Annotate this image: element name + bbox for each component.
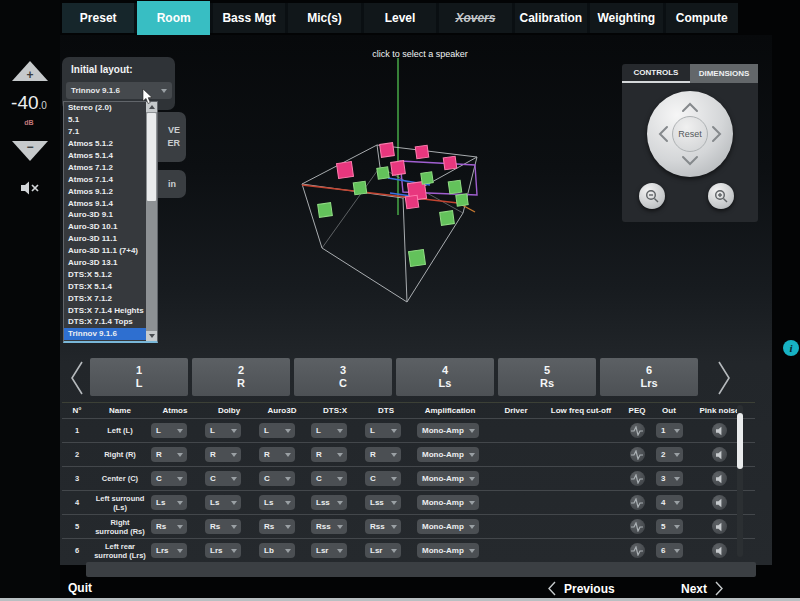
layout-option-atmos-7-1-4[interactable]: Atmos 7.1.4: [64, 173, 146, 185]
dtsx-dropdown[interactable]: R: [311, 447, 347, 462]
speaker-cube-green[interactable]: [409, 250, 426, 267]
tab-room[interactable]: Room: [137, 1, 209, 35]
layout-option-dts-x-7-1-4-tops[interactable]: DTS:X 7.1.4 Tops: [64, 316, 146, 328]
dtsx-dropdown[interactable]: Rss: [311, 519, 347, 534]
out-dropdown[interactable]: 5: [656, 519, 683, 534]
out-dropdown[interactable]: 1: [656, 423, 683, 438]
auro3d-dropdown[interactable]: L: [259, 423, 295, 438]
dts-dropdown[interactable]: Lsr: [365, 543, 401, 558]
tab-compute[interactable]: Compute: [666, 3, 738, 33]
atmos-dropdown[interactable]: Rs: [151, 519, 187, 534]
peq-button[interactable]: [630, 495, 645, 510]
auro3d-dropdown[interactable]: Ls: [259, 495, 295, 510]
tab-xovers[interactable]: Xovers: [439, 3, 511, 33]
auro3d-dropdown[interactable]: Lb: [259, 543, 295, 558]
layout-option-auro-3d-11-1[interactable]: Auro-3D 11.1: [64, 233, 146, 245]
dts-dropdown[interactable]: C: [365, 471, 401, 486]
peq-button[interactable]: [630, 519, 645, 534]
layout-option-atmos-7-1-2[interactable]: Atmos 7.1.2: [64, 161, 146, 173]
pink-noise-button[interactable]: [712, 471, 727, 486]
pink-noise-button[interactable]: [712, 495, 727, 510]
tab-calibration[interactable]: Calibration: [515, 3, 587, 33]
tab-dimensions[interactable]: DIMENSIONS: [690, 64, 758, 83]
pink-noise-button[interactable]: [712, 543, 727, 558]
dts-dropdown[interactable]: R: [365, 447, 401, 462]
atmos-dropdown[interactable]: Lrs: [151, 543, 187, 558]
dtsx-dropdown[interactable]: Lsr: [311, 543, 347, 558]
dts-dropdown[interactable]: Rss: [365, 519, 401, 534]
previous-button[interactable]: Previous: [548, 581, 615, 596]
speaker-cube-green[interactable]: [353, 181, 367, 195]
volume-down-button[interactable]: −: [11, 140, 49, 162]
dolby-dropdown[interactable]: Lrs: [205, 543, 241, 558]
tab-preset[interactable]: Preset: [62, 3, 134, 33]
layout-option-dts-x-7-1-2[interactable]: DTS:X 7.1.2: [64, 292, 146, 304]
out-dropdown[interactable]: 3: [656, 471, 683, 486]
layout-option-dts-x-5-1-4[interactable]: DTS:X 5.1.4: [64, 280, 146, 292]
layout-option-trinnov-9-1-6[interactable]: Trinnov 9.1.6: [64, 328, 146, 340]
dtsx-dropdown[interactable]: L: [311, 423, 347, 438]
amplification-dropdown[interactable]: Mono-Amp: [417, 495, 479, 510]
reset-view-button[interactable]: Reset: [672, 116, 708, 152]
layout-option-dts-x-5-1-2[interactable]: DTS:X 5.1.2: [64, 268, 146, 280]
pink-noise-button[interactable]: [712, 519, 727, 534]
table-scroll-thumb[interactable]: [737, 413, 743, 469]
layout-option-7-1[interactable]: 7.1: [64, 126, 146, 138]
layout-option-atmos-5-1-4[interactable]: Atmos 5.1.4: [64, 150, 146, 162]
layout-option-5-1[interactable]: 5.1: [64, 114, 146, 126]
dts-dropdown[interactable]: Lss: [365, 495, 401, 510]
atmos-dropdown[interactable]: L: [151, 423, 187, 438]
speaker-cube-green[interactable]: [421, 172, 433, 184]
zoom-out-button[interactable]: [639, 183, 665, 209]
next-button[interactable]: Next: [681, 581, 723, 596]
quit-button[interactable]: Quit: [68, 581, 92, 595]
speaker-cube-green[interactable]: [440, 211, 455, 226]
initial-layout-select[interactable]: Trinnov 9.1.6: [66, 82, 172, 99]
amplification-dropdown[interactable]: Mono-Amp: [417, 519, 479, 534]
zoom-in-button[interactable]: [708, 183, 734, 209]
peq-button[interactable]: [630, 447, 645, 462]
speaker-cube-pink[interactable]: [415, 145, 429, 159]
camera-dpad[interactable]: Reset: [647, 91, 733, 177]
auro3d-dropdown[interactable]: Rs: [259, 519, 295, 534]
channel-button-1[interactable]: 1L: [90, 358, 188, 396]
table-scrollbar[interactable]: [737, 405, 743, 557]
layout-option-atmos-9-1-4[interactable]: Atmos 9.1.4: [64, 197, 146, 209]
speaker-cube-pink[interactable]: [391, 161, 406, 176]
bottom-scroll-strip[interactable]: [86, 562, 756, 577]
speaker-3d-view[interactable]: [240, 45, 640, 355]
speaker-cube-green[interactable]: [318, 203, 333, 218]
tab-mic-s[interactable]: Mic(s): [288, 3, 360, 33]
peq-button[interactable]: [630, 543, 645, 558]
speaker-cube-green[interactable]: [448, 180, 462, 194]
channel-prev-button[interactable]: [69, 360, 85, 400]
channel-button-2[interactable]: 2R: [192, 358, 290, 396]
dolby-dropdown[interactable]: Rs: [205, 519, 241, 534]
speaker-cube-green[interactable]: [456, 194, 468, 206]
atmos-dropdown[interactable]: C: [151, 471, 187, 486]
dolby-dropdown[interactable]: C: [205, 471, 241, 486]
dtsx-dropdown[interactable]: Lss: [311, 495, 347, 510]
dts-dropdown[interactable]: L: [365, 423, 401, 438]
speaker-cube-pink[interactable]: [337, 162, 354, 179]
speaker-cube-pink[interactable]: [380, 143, 395, 158]
mute-button[interactable]: [20, 180, 40, 196]
out-dropdown[interactable]: 2: [656, 447, 683, 462]
pink-noise-button[interactable]: [712, 447, 727, 462]
atmos-dropdown[interactable]: R: [151, 447, 187, 462]
amplification-dropdown[interactable]: Mono-Amp: [417, 471, 479, 486]
layout-option-stereo-2-0[interactable]: Stereo (2.0): [64, 102, 146, 114]
peq-button[interactable]: [630, 471, 645, 486]
tab-controls[interactable]: CONTROLS: [622, 64, 690, 83]
out-dropdown[interactable]: 6: [656, 543, 683, 558]
amplification-dropdown[interactable]: Mono-Amp: [417, 423, 479, 438]
atmos-dropdown[interactable]: Ls: [151, 495, 187, 510]
layout-option-auro-3d-10-1[interactable]: Auro-3D 10.1: [64, 221, 146, 233]
layout-option-auro-3d-11-1-7-4[interactable]: Auro-3D 11.1 (7+4): [64, 245, 146, 257]
dropdown-scroll-thumb[interactable]: [147, 113, 156, 201]
channel-button-3[interactable]: 3C: [294, 358, 392, 396]
layout-option-auro-3d-9-1[interactable]: Auro-3D 9.1: [64, 209, 146, 221]
dolby-dropdown[interactable]: R: [205, 447, 241, 462]
auro3d-dropdown[interactable]: C: [259, 471, 295, 486]
channel-button-6[interactable]: 6Lrs: [600, 358, 698, 396]
